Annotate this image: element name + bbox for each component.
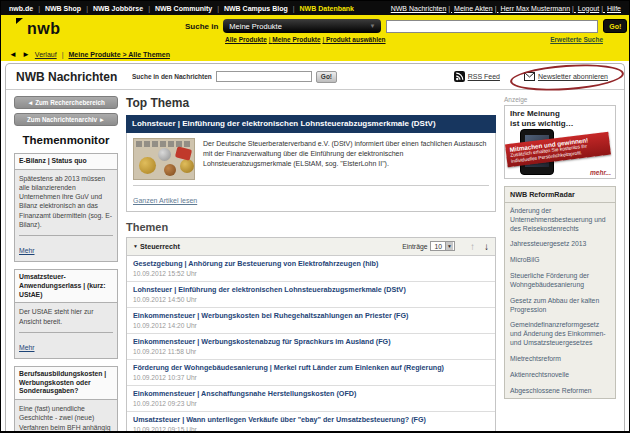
columns: ◄ Zum Recherchebereich Zum Nachrichtenar… — [6, 90, 624, 433]
top-link-nwb-nachrichten[interactable]: NWB Nachrichten — [391, 5, 447, 12]
nwb-logo[interactable]: nwb — [27, 20, 61, 38]
history-forward-icon[interactable]: ► — [22, 51, 30, 59]
reformradar-title: NWB ReformRadar — [505, 187, 615, 203]
entries-select[interactable]: 10 ▼ — [430, 241, 455, 251]
breadcrumb-separator: | — [62, 51, 64, 58]
news-row-title-link[interactable]: Einkommensteuer | Werbungskosten bei Ruh… — [133, 311, 489, 320]
search-scope-dropdown[interactable]: Meine Produkte ▼ — [223, 19, 381, 33]
sort-ascending-icon[interactable]: ↑ — [470, 241, 475, 252]
top-link-nwb-jobboerse[interactable]: NWB Jobbörse — [81, 5, 143, 12]
ad-title-line2: ist uns wichtig… — [510, 119, 610, 129]
box-body: Spätestens ab 2013 müssen alle bilanzier… — [15, 170, 117, 232]
top-navigation-bar: nwb.de NWB Shop NWB Jobbörse NWB Communi… — [1, 1, 629, 15]
news-row-title-link[interactable]: Einkommensteuer | Anschaffungsnahe Herst… — [133, 389, 489, 398]
search-scope-links: Alle Produkte Meine Produkte Produkt aus… — [225, 36, 386, 43]
main-column: Top Thema Lohnsteuer | Einführung der el… — [126, 96, 496, 433]
mehr-link[interactable]: Mehr — [19, 247, 35, 254]
news-search: Suche in den Nachrichten Go! — [132, 71, 337, 83]
group-label: Steuerrecht — [140, 242, 180, 251]
group-steuerrecht-toggle[interactable]: ▼Steuerrecht — [133, 242, 180, 251]
read-more-row: Ganzen Artikel lesen — [133, 185, 489, 211]
news-row-date: 10.09.2012 09:23 Uhr — [133, 400, 489, 407]
news-row-title-link[interactable]: Lohnsteuer | Einführung der elektronisch… — [133, 285, 489, 294]
top-link-nwb-de[interactable]: nwb.de — [9, 5, 33, 12]
news-row: Umsatzsteuer | Wann unterliegen Verkäufe… — [127, 412, 495, 433]
to-research-area-button[interactable]: ◄ Zum Recherchebereich — [14, 96, 118, 109]
news-row-date: 10.09.2012 10:37 Uhr — [133, 374, 489, 381]
news-row-date: 10.09.2012 15:52 Uhr — [133, 270, 489, 277]
news-row-title-link[interactable]: Gesetzgebung | Anhörung zur Besteuerung … — [133, 259, 489, 268]
brand-header: nwb Suche in Meine Produkte ▼ Go! Alle P… — [1, 15, 629, 48]
scope-link-produkt-auswaehlen[interactable]: Produkt auswählen — [322, 36, 385, 43]
ad-mehr-link[interactable]: mehr... — [590, 169, 611, 176]
breadcrumb-verlauf-link[interactable]: Verlauf — [35, 51, 57, 58]
collapse-triangle-icon: ▼ — [133, 243, 138, 249]
search-in-label: Suche in — [185, 22, 218, 31]
reformradar-item[interactable]: Jahressteuergesetz 2013 — [505, 236, 615, 252]
themen-heading: Themen — [126, 221, 496, 233]
newsletter-subscribe-label: Newsletter abonnieren — [538, 73, 608, 80]
mehr-link[interactable]: Mehr — [19, 344, 35, 351]
top-link-nwb-shop[interactable]: NWB Shop — [33, 5, 81, 12]
top-article-teaser: Der Deutsche Steuerberaterverband e.V. (… — [203, 138, 489, 180]
left-sidebar: ◄ Zum Recherchebereich Zum Nachrichtenar… — [14, 96, 118, 433]
themenmonitor-heading: Themenmonitor — [14, 134, 118, 146]
top-link-logout[interactable]: Logout — [570, 5, 599, 12]
scope-link-meine-produkte[interactable]: Meine Produkte — [269, 36, 321, 43]
news-list: ▼Steuerrecht Einträge 10 ▼ ↑ ↓ Gese — [126, 237, 496, 433]
reformradar-item[interactable]: Gesetz zum Abbau der kalten Progression — [505, 293, 615, 318]
reformradar-item[interactable]: Abgeschlossene Reformen — [505, 383, 615, 399]
sort-descending-icon[interactable]: ↓ — [484, 241, 489, 252]
page-title: NWB Nachrichten — [16, 70, 132, 84]
global-search-input[interactable] — [386, 20, 598, 33]
entries-label: Einträge — [402, 243, 427, 250]
right-sidebar: Anzeige Ihre Meinung ist uns wichtig… Mi… — [504, 96, 616, 433]
anzeige-label: Anzeige — [504, 96, 616, 103]
news-row-title-link[interactable]: Förderung der Wohngebäudesanierung | Mer… — [133, 363, 489, 372]
breadcrumb-path-link[interactable]: Meine Produkte > Alle Themen — [68, 51, 169, 58]
header-actions: RSS Feed Newsletter abonnieren — [454, 71, 614, 82]
entries-value: 10 — [434, 243, 442, 250]
to-news-archive-button[interactable]: Zum Nachrichtenarchiv ► — [14, 113, 118, 126]
news-row: Einkommensteuer | Werbungskosten bei Ruh… — [127, 308, 495, 334]
reformradar-item[interactable]: Gemeindefinanzreformgesetz und Änderung … — [505, 317, 615, 350]
reformradar-item[interactable]: Änderung der Unternehmensbesteuerung und… — [505, 203, 615, 236]
logo-flag-icon — [16, 18, 23, 24]
scope-link-alle-produkte[interactable]: Alle Produkte — [225, 36, 267, 43]
news-row-date: 10.09.2012 11:58 Uhr — [133, 348, 489, 355]
top-nav-left: nwb.de NWB Shop NWB Jobbörse NWB Communi… — [9, 5, 354, 12]
top-link-nwb-community[interactable]: NWB Community — [143, 5, 212, 12]
chevron-down-icon: ▼ — [369, 23, 375, 29]
advanced-search-link[interactable]: Erweiterte Suche — [550, 36, 603, 43]
themenmonitor-box-berufsausbildung: Berufsausbildungskosten | Werbungskosten… — [14, 366, 118, 433]
top-link-nwb-datenbank-active[interactable]: NWB Datenbank — [288, 5, 354, 12]
news-row: Einkommensteuer | Anschaffungsnahe Herst… — [127, 386, 495, 412]
content-panel: NWB Nachrichten Suche in den Nachrichten… — [5, 63, 625, 433]
reformradar-item[interactable]: MicroBilG — [505, 252, 615, 268]
top-article-title-bar: Lohnsteuer | Einführung der elektronisch… — [126, 115, 496, 133]
box-body: Eine (fast) unendliche Geschichte - zwei… — [15, 400, 117, 433]
top-link-user-account[interactable]: Herr Max Mustermann — [493, 5, 570, 12]
top-link-meine-akten[interactable]: Meine Akten — [446, 5, 492, 12]
news-search-input[interactable] — [216, 71, 312, 82]
news-search-go-button[interactable]: Go! — [316, 71, 337, 83]
reformradar-item[interactable]: Steuerliche Förderung der Wohngebäudesan… — [505, 268, 615, 293]
coin-shape — [158, 148, 171, 161]
coin-shape — [164, 164, 176, 176]
box-title: E-Bilanz | Status quo — [15, 154, 117, 170]
top-link-hilfe[interactable]: Hilfe — [599, 5, 621, 12]
news-row-date: 10.09.2012 14:50 Uhr — [133, 296, 489, 303]
read-full-article-link[interactable]: Ganzen Artikel lesen — [133, 197, 197, 204]
top-link-nwb-campus-blog[interactable]: NWB Campus Blog — [212, 5, 288, 12]
top-article: Der Deutsche Steuerberaterverband e.V. (… — [126, 133, 496, 212]
news-row-title-link[interactable]: Einkommensteuer | Werbungskostenabzug fü… — [133, 337, 489, 346]
history-back-icon[interactable]: ◄ — [9, 51, 17, 59]
coin-shape — [139, 157, 156, 174]
reformradar-item[interactable]: Mietrechtsreform — [505, 351, 615, 367]
rss-feed-link[interactable]: RSS Feed — [454, 71, 500, 82]
reformradar-item[interactable]: Aktienrechtsnovelle — [505, 367, 615, 383]
newsletter-subscribe-link[interactable]: Newsletter abonnieren — [524, 72, 608, 81]
global-search-go-button[interactable]: Go! — [603, 19, 627, 33]
news-row-title-link[interactable]: Umsatzsteuer | Wann unterliegen Verkäufe… — [133, 415, 489, 424]
advertisement-banner[interactable]: Ihre Meinung ist uns wichtig… Mitmachen … — [504, 105, 616, 179]
